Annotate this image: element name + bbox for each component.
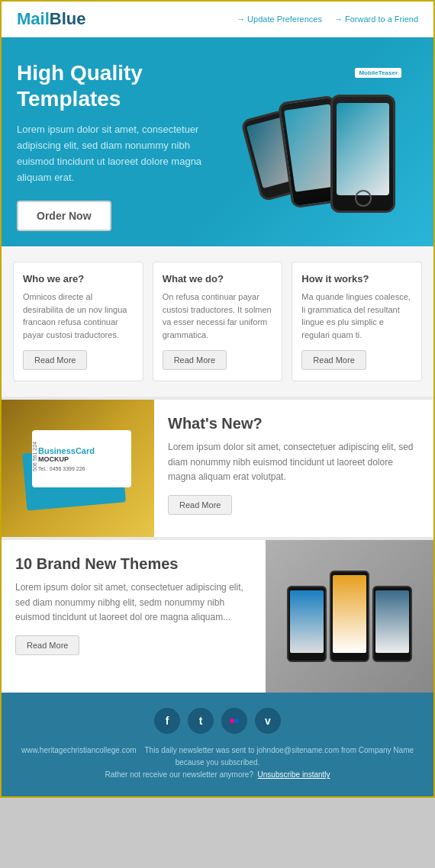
hero-section: High Quality Templates Lorem ipsum dolor… — [2, 37, 433, 246]
order-now-button[interactable]: Order Now — [17, 201, 111, 231]
flickr-svg — [228, 715, 240, 727]
logo-mail: Mail — [17, 9, 50, 28]
col2-title: What we do? — [163, 273, 273, 285]
col3-text: Ma quande lingues coalesce, li grammatic… — [301, 291, 412, 341]
footer-text: www.heritagechristiancollege.com This da… — [17, 744, 418, 781]
header-links: Update Preferences Forward to a Friend — [237, 14, 418, 24]
col1-text: Omnicos directe al desirabilita de un no… — [23, 291, 134, 341]
hero-description: Lorem ipsum dolor sit amet, consectetuer… — [17, 122, 215, 185]
bc-card-title: BusinessCard — [38, 446, 125, 455]
bc-card-sub: MOCKUP — [38, 455, 125, 463]
whats-new-section: 506 561 224 BusinessCard MOCKUP Tel.: 04… — [2, 397, 433, 540]
svg-point-0 — [230, 719, 234, 723]
footer-line1: This daily newsletter was sent to johndo… — [145, 746, 414, 767]
whats-new-read-more-button[interactable]: Read More — [168, 495, 232, 515]
screen-label: MobileTeaser — [355, 68, 401, 78]
col3-read-more-button[interactable]: Read More — [301, 350, 366, 370]
svg-point-1 — [234, 719, 239, 723]
col2-read-more-button[interactable]: Read More — [163, 350, 227, 370]
hero-title: High Quality Templates — [17, 60, 250, 111]
phone-mockup-group — [258, 68, 411, 213]
twitter-icon[interactable]: t — [188, 708, 214, 734]
themes-content: 10 Brand New Themes Lorem ipsum dolor si… — [2, 540, 266, 693]
whats-new-content: What's New? Lorem ipsum dolor sit amet, … — [154, 400, 433, 537]
whats-new-description: Lorem ipsum dolor sit amet, consectetuer… — [168, 440, 420, 484]
themes-image: Creative ACTIVE THEME MyFolio — [266, 540, 433, 693]
hero-content: High Quality Templates Lorem ipsum dolor… — [17, 60, 250, 231]
theme-phone-3: MyFolio — [372, 586, 412, 662]
business-card-mockup: 506 561 224 BusinessCard MOCKUP Tel.: 04… — [21, 423, 135, 514]
social-icons: f t v — [17, 708, 418, 734]
hero-image: MobileTeaser — [250, 60, 418, 213]
whats-new-image: 506 561 224 BusinessCard MOCKUP Tel.: 04… — [2, 400, 154, 537]
theme-label-1: Creative — [291, 592, 323, 596]
phone-big — [330, 95, 395, 213]
logo: MailBlue — [17, 9, 85, 29]
facebook-icon[interactable]: f — [154, 708, 180, 734]
bc-card-phone: Tel.: 0456 3399 226 — [38, 466, 125, 471]
forward-link[interactable]: Forward to a Friend — [334, 14, 418, 24]
col-card-1: Who we are? Omnicos directe al desirabil… — [13, 262, 143, 381]
vimeo-icon[interactable]: v — [255, 708, 281, 734]
themes-title: 10 Brand New Themes — [15, 555, 252, 573]
email-footer: f t v www.heritagechristiancollege.com T… — [2, 693, 433, 796]
col1-title: Who we are? — [23, 273, 134, 285]
update-preferences-link[interactable]: Update Preferences — [237, 14, 322, 24]
col2-text: On refusa continuar payar custosi traduc… — [163, 291, 273, 341]
col-card-3: How it works? Ma quande lingues coalesce… — [292, 262, 422, 381]
footer-line2: Rather not receive our newsletter anymor… — [105, 770, 253, 779]
col3-title: How it works? — [301, 273, 412, 285]
whats-new-title: What's New? — [168, 415, 420, 432]
themes-section: 10 Brand New Themes Lorem ipsum dolor si… — [2, 540, 433, 693]
three-cols-section: Who we are? Omnicos directe al desirabil… — [2, 246, 433, 397]
email-wrapper: MailBlue Update Preferences Forward to a… — [0, 0, 435, 798]
flickr-icon[interactable] — [221, 708, 247, 734]
bc-numbers: 506 561 224 — [32, 442, 37, 471]
themes-description: Lorem ipsum dolor sit amet, consectetuer… — [15, 580, 252, 625]
theme-label-3: MyFolio — [376, 592, 408, 596]
unsubscribe-link[interactable]: Unsubscribe instantly — [258, 770, 330, 779]
themes-read-more-button[interactable]: Read More — [15, 635, 79, 655]
theme-screens: Creative ACTIVE THEME MyFolio — [279, 563, 420, 670]
logo-blue: Blue — [50, 9, 86, 28]
theme-phone-1: Creative — [287, 586, 327, 662]
col-card-2: What we do? On refusa continuar payar cu… — [153, 262, 283, 381]
col1-read-more-button[interactable]: Read More — [23, 350, 87, 370]
bc-front: 506 561 224 BusinessCard MOCKUP Tel.: 04… — [32, 430, 131, 487]
theme-label-2: ACTIVE THEME — [334, 577, 366, 581]
theme-phone-2: ACTIVE THEME — [330, 571, 369, 662]
email-header: MailBlue Update Preferences Forward to a… — [2, 2, 433, 37]
footer-url: www.heritagechristiancollege.com — [21, 746, 137, 754]
